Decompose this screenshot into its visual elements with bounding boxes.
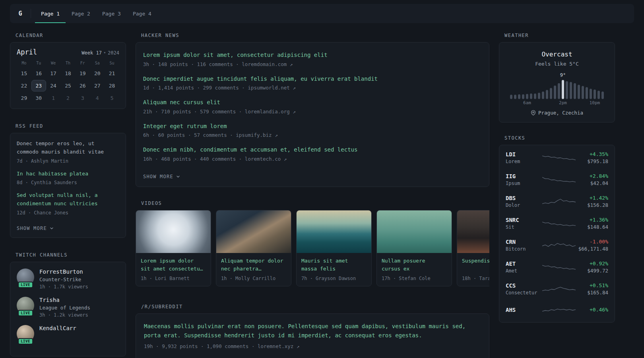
calendar-day[interactable]: 17	[46, 68, 61, 79]
stock-row[interactable]: CCSConsectetur+0.51%$165.84	[506, 278, 608, 300]
twitch-card: LIVEForrestBurtonCounter-Strike1h · 1.7k…	[10, 262, 126, 356]
twitch-channel-name[interactable]: Trisha	[39, 297, 90, 303]
calendar-day[interactable]: 21	[105, 68, 119, 79]
stock-price: $499.72	[587, 268, 608, 274]
rss-item: Sed volutpat nulla nisl, a condimentum n…	[17, 191, 119, 216]
calendar-day[interactable]: 4	[90, 92, 105, 104]
hackernews-item-title[interactable]: Donec imperdiet augue tincidunt felis al…	[143, 75, 482, 83]
video-card[interactable]: Suspendisse diam18h · Tara	[457, 210, 489, 286]
videos-widget: VIDEOS Lorem ipsum dolor sit amet consec…	[136, 200, 489, 286]
stock-row[interactable]: IIGIpsum+2.84%$42.04	[506, 169, 608, 191]
twitch-channel-name[interactable]: KendallCarr	[39, 325, 76, 331]
stock-row[interactable]: LDILorem+4.35%$795.18	[506, 147, 608, 169]
subreddit-section-title: /R/SUBREDDIT	[141, 304, 489, 309]
hackernews-item-title[interactable]: Aliquam nec cursus elit	[143, 99, 482, 107]
calendar-day[interactable]: 22	[17, 80, 31, 91]
video-card[interactable]: Mauris sit amet massa felis7h · Grayson …	[296, 210, 372, 286]
stock-row[interactable]: DBSDolor+1.42%$156.28	[506, 191, 608, 212]
twitch-channel-game[interactable]: League of Legends	[39, 305, 90, 311]
calendar-day[interactable]: 1	[46, 92, 61, 104]
calendar-day[interactable]: 16	[31, 68, 46, 79]
tab-page-4[interactable]: Page 4	[127, 4, 157, 23]
rss-section-title: RSS FEED	[16, 123, 126, 129]
subreddit-widget: /R/SUBREDDIT Maecenas mollis pulvinar er…	[136, 304, 489, 358]
stock-row[interactable]: AETAmet+0.92%$499.72	[506, 256, 608, 278]
tab-page-3[interactable]: Page 3	[96, 4, 127, 23]
calendar-day[interactable]: 30	[31, 92, 46, 104]
tab-page-1[interactable]: Page 1	[35, 4, 66, 23]
twitch-channel-game[interactable]: Counter-Strike	[39, 276, 88, 282]
calendar-day[interactable]: 2	[61, 92, 76, 104]
twitch-channel-meta: 3h · 1.2k viewers	[39, 312, 90, 318]
video-title[interactable]: Nullam posuere cursus ex	[382, 257, 447, 273]
rss-item-title[interactable]: Sed volutpat nulla nisl, a condimentum n…	[17, 191, 119, 208]
video-thumbnail[interactable]	[297, 210, 371, 253]
stock-price: $66,171.48	[578, 246, 608, 252]
stock-values: +1.42%$156.28	[587, 195, 608, 208]
calendar-day[interactable]: 25	[61, 80, 76, 91]
rss-item-meta: 8d · Cynthia Saunders	[17, 179, 119, 186]
video-thumbnail[interactable]	[457, 210, 489, 253]
tab-page-2[interactable]: Page 2	[66, 4, 96, 23]
videos-row: Lorem ipsum dolor sit amet consectetu…1h…	[136, 210, 489, 286]
video-card[interactable]: Nullam posuere cursus ex17h · Stefan Col…	[376, 210, 452, 286]
rss-item-title[interactable]: Donec tempor eros leo, ut commodo mauris…	[17, 140, 119, 156]
twitch-channel[interactable]: LIVEKendallCarr	[17, 325, 119, 342]
video-thumbnail[interactable]	[377, 210, 452, 253]
weather-bar	[562, 80, 564, 99]
stock-values: -1.00%$66,171.48	[578, 239, 608, 252]
video-title[interactable]: Suspendisse diam	[462, 257, 489, 273]
rss-show-more-button[interactable]: SHOW MORE	[17, 226, 54, 231]
calendar-day[interactable]: 18	[61, 68, 76, 79]
calendar-day[interactable]: 5	[105, 92, 119, 104]
app-logo[interactable]: G	[10, 4, 31, 23]
logo-divider	[31, 9, 31, 18]
calendar-day-selected[interactable]: 23	[31, 80, 46, 91]
subreddit-post-title[interactable]: Maecenas mollis pulvinar erat non posuer…	[144, 322, 481, 340]
calendar-day-header: We	[46, 61, 61, 65]
calendar-day[interactable]: 27	[90, 80, 105, 91]
calendar-day[interactable]: 19	[75, 68, 90, 79]
dashboard-grid: CALENDAR April Week 17•2024 MoTuWeThFrSa…	[10, 33, 634, 358]
hackernews-show-more-button[interactable]: SHOW MORE	[143, 174, 180, 179]
hackernews-item-title[interactable]: Lorem ipsum dolor sit amet, consectetur …	[143, 51, 482, 59]
video-card[interactable]: Lorem ipsum dolor sit amet consectetu…1h…	[136, 210, 211, 286]
calendar-week-label: Week 17	[81, 50, 102, 56]
calendar-day[interactable]: 28	[105, 80, 119, 91]
stock-name: Dolor	[506, 202, 542, 208]
rss-show-more-label: SHOW MORE	[17, 226, 47, 231]
calendar-day[interactable]: 29	[17, 92, 31, 104]
calendar-day[interactable]: 15	[17, 68, 31, 79]
stock-identity: DBSDolor	[506, 195, 542, 208]
stock-row[interactable]: SNRCSit+1.36%$148.64	[506, 212, 608, 234]
video-title[interactable]: Lorem ipsum dolor sit amet consectetu…	[141, 257, 206, 273]
twitch-channel-name[interactable]: ForrestBurton	[39, 268, 88, 275]
video-thumbnail[interactable]	[216, 210, 291, 253]
stock-symbol: CCS	[506, 282, 542, 289]
twitch-channel[interactable]: LIVETrishaLeague of Legends3h · 1.2k vie…	[17, 297, 119, 318]
twitch-channel-meta: 1h · 1.7k viewers	[39, 284, 88, 290]
calendar-day[interactable]: 24	[46, 80, 61, 91]
video-card[interactable]: Aliquam tempor dolor nec pharetra…1h · M…	[216, 210, 291, 286]
twitch-channel[interactable]: LIVEForrestBurtonCounter-Strike1h · 1.7k…	[17, 268, 119, 290]
weather-bar	[542, 91, 544, 99]
calendar-day-header: Mo	[17, 61, 31, 65]
stocks-widget: STOCKS LDILorem+4.35%$795.18IIGIpsum+2.8…	[499, 135, 615, 323]
calendar-day[interactable]: 20	[90, 68, 105, 79]
stock-row[interactable]: CRNBitcorn-1.00%$66,171.48	[506, 234, 608, 256]
hackernews-item-title[interactable]: Donec enim nibh, condimentum et accumsan…	[143, 146, 482, 154]
rss-item-title[interactable]: In hac habitasse platea	[17, 170, 119, 178]
stock-symbol: CRN	[506, 239, 542, 245]
weather-location-row: Prague, Czechia	[506, 110, 608, 116]
stock-row[interactable]: AHS+0.46%	[506, 300, 608, 321]
stock-sparkline	[542, 152, 576, 164]
hackernews-item-title[interactable]: Integer eget rutrum lorem	[143, 123, 482, 130]
weather-time-label: 2pm	[559, 100, 567, 105]
video-thumbnail[interactable]	[136, 210, 211, 253]
calendar-day[interactable]: 26	[75, 80, 90, 91]
video-meta: 1h · Molly Carrillo	[221, 276, 286, 281]
weather-peak-label: 9°	[560, 72, 566, 78]
video-title[interactable]: Mauris sit amet massa felis	[301, 257, 367, 273]
video-title[interactable]: Aliquam tempor dolor nec pharetra…	[221, 257, 286, 273]
calendar-day[interactable]: 3	[75, 92, 90, 104]
